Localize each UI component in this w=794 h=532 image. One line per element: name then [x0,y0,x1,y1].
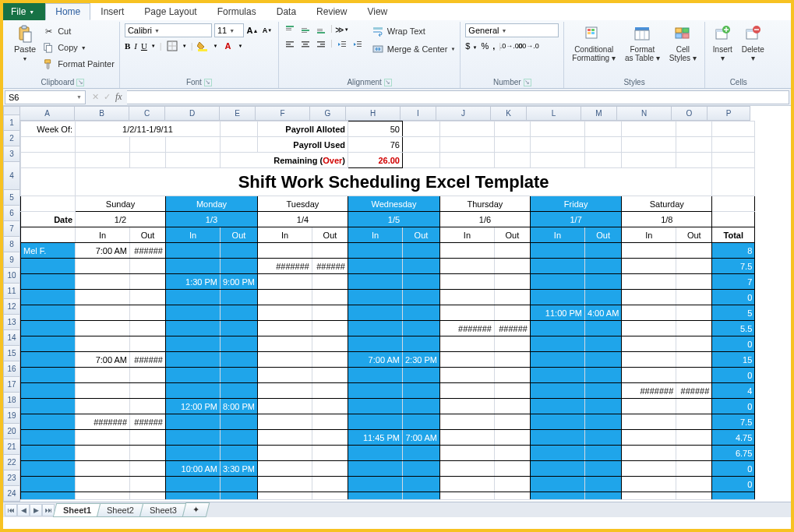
cell[interactable] [439,414,494,430]
row-header-12[interactable]: 12 [3,299,20,315]
cell[interactable] [584,321,621,336]
cell[interactable] [130,430,166,446]
cell[interactable]: 4 [712,383,755,399]
cell[interactable] [530,477,584,492]
cell[interactable]: 0 [712,461,755,477]
cell[interactable] [312,477,348,492]
cell[interactable] [494,153,530,168]
cell[interactable]: 0 [712,290,755,305]
cell[interactable] [584,492,621,500]
cell[interactable] [166,430,221,446]
cell[interactable] [76,259,130,274]
merge-center-button[interactable]: Merge & Center ▼ [372,41,456,57]
cell[interactable]: 7.5 [712,259,755,274]
col-header-L[interactable]: L [527,106,581,121]
cell[interactable] [530,492,584,500]
orientation-icon[interactable]: ≫▼ [336,23,348,36]
cell[interactable]: 5 [712,305,755,321]
cell[interactable] [676,137,712,153]
cell[interactable] [676,290,712,305]
cell[interactable]: ####### [439,321,494,336]
cell[interactable] [402,368,439,383]
cell[interactable] [676,243,712,259]
cell[interactable] [530,137,584,153]
col-header-J[interactable]: J [436,106,491,121]
cell[interactable]: 1/5 [348,212,439,227]
cell[interactable] [439,383,494,399]
cell[interactable] [21,446,76,461]
cell[interactable] [402,305,439,321]
cell[interactable] [257,477,312,492]
cell[interactable] [312,305,348,321]
tab-nav-first-icon[interactable]: ⏮ [5,504,17,516]
align-top-icon[interactable] [284,23,296,36]
cell[interactable] [257,305,312,321]
cell[interactable] [402,137,439,153]
cell[interactable]: 76 [348,137,402,153]
cell[interactable] [312,274,348,290]
cell[interactable] [584,477,621,492]
tab-page-layout[interactable]: Page Layout [134,3,206,20]
cell[interactable]: 7:00 AM [76,243,130,259]
cell[interactable] [21,383,76,399]
cell[interactable] [76,492,130,500]
dialog-launcher-icon[interactable]: ↘ [524,79,531,86]
cell[interactable] [166,153,221,168]
cell[interactable] [622,153,676,168]
font-size-select[interactable]: 11▼ [214,23,244,37]
cell[interactable] [676,461,712,477]
increase-font-icon[interactable]: A▲ [246,24,259,37]
cell[interactable] [676,259,712,274]
cell[interactable] [130,399,166,414]
cell[interactable] [622,446,676,461]
fx-icon[interactable]: fx [115,91,122,103]
cell[interactable]: ###### [130,243,166,259]
cell[interactable] [221,122,258,137]
cell[interactable] [257,446,312,461]
percent-button[interactable]: % [482,41,489,51]
cell[interactable] [439,137,494,153]
cell[interactable]: In [76,227,130,243]
tab-view[interactable]: View [357,3,397,20]
cell[interactable] [21,290,76,305]
align-left-icon[interactable] [284,38,296,51]
cell[interactable] [530,122,584,137]
cell[interactable] [439,477,494,492]
row-header-9[interactable]: 9 [3,252,20,268]
cell[interactable] [676,122,712,137]
cell[interactable] [130,383,166,399]
row-header-22[interactable]: 22 [3,455,20,470]
cell[interactable] [402,153,439,168]
row-header-16[interactable]: 16 [3,361,20,377]
italic-button[interactable]: I [134,41,137,51]
cell[interactable] [221,368,258,383]
align-right-icon[interactable] [315,38,327,51]
cell[interactable] [439,243,494,259]
cell[interactable] [130,446,166,461]
cell[interactable] [312,352,348,368]
cell[interactable]: Remaining (Over) [221,153,348,168]
cell[interactable]: 15 [712,352,755,368]
cell[interactable] [130,259,166,274]
cell[interactable] [439,492,494,500]
cell[interactable] [348,446,402,461]
cell[interactable] [439,274,494,290]
cell[interactable]: Friday [530,196,621,212]
cell[interactable] [348,274,402,290]
cell[interactable] [622,368,676,383]
cell[interactable] [257,336,312,352]
cell[interactable] [76,305,130,321]
cell[interactable] [166,492,221,500]
cell[interactable] [21,153,76,168]
cell[interactable]: ####### [76,414,130,430]
cell[interactable] [622,274,676,290]
cell[interactable] [166,477,221,492]
cell[interactable] [402,383,439,399]
row-header-10[interactable]: 10 [3,268,20,284]
cell[interactable] [494,477,530,492]
borders-button[interactable] [166,40,178,52]
decrease-decimal-icon[interactable]: .00→.0 [521,40,534,52]
row-header-23[interactable]: 23 [3,470,20,486]
cell[interactable] [130,477,166,492]
sheet-tab-2[interactable]: Sheet2 [97,503,144,517]
